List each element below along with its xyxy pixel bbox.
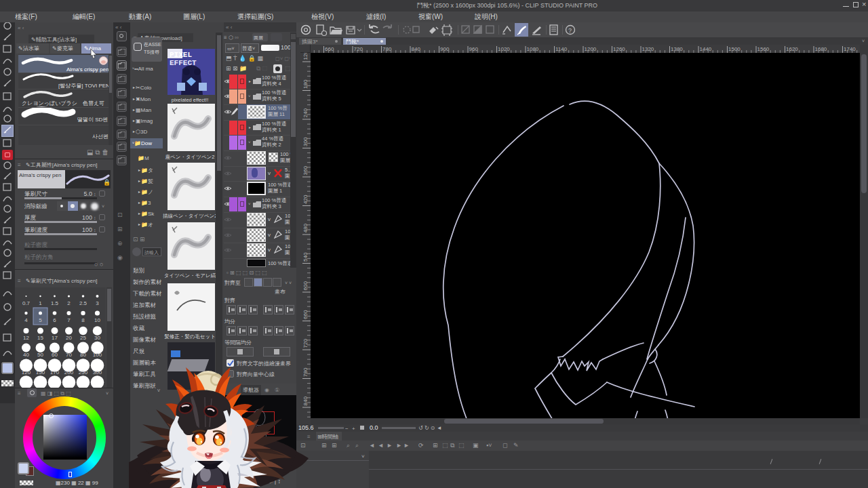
svg-text:840: 840 — [412, 46, 421, 52]
svg-text:5: 5 — [39, 317, 42, 323]
svg-text:1080: 1080 — [527, 46, 539, 52]
svg-text:120: 120 — [22, 369, 31, 375]
svg-text:720: 720 — [302, 339, 309, 348]
svg-text:12: 12 — [23, 335, 29, 341]
svg-text:1.5: 1.5 — [51, 300, 59, 306]
svg-text:240: 240 — [302, 108, 309, 118]
svg-text:300: 300 — [302, 137, 309, 146]
svg-text:720: 720 — [354, 46, 363, 52]
svg-text:960: 960 — [469, 46, 479, 52]
svg-text:1020: 1020 — [498, 46, 510, 52]
svg-text:40: 40 — [23, 352, 29, 358]
svg-text:600: 600 — [302, 281, 309, 291]
svg-text:PIXEL: PIXEL — [170, 51, 192, 59]
svg-text:1320: 1320 — [642, 46, 654, 52]
svg-text:1740: 1740 — [844, 46, 856, 52]
svg-text:660: 660 — [325, 46, 334, 52]
svg-text:7: 7 — [67, 317, 71, 323]
svg-text:100: 100 — [93, 352, 102, 358]
svg-text:10: 10 — [94, 317, 100, 323]
svg-text:900: 900 — [440, 46, 450, 52]
svg-text:3: 3 — [96, 300, 99, 306]
svg-text:1200: 1200 — [585, 46, 597, 52]
svg-text:15: 15 — [37, 335, 43, 341]
svg-text:1380: 1380 — [671, 46, 683, 52]
svg-text:780: 780 — [382, 46, 392, 52]
svg-text:540: 540 — [302, 252, 309, 262]
svg-text:1680: 1680 — [815, 46, 827, 52]
svg-text:50: 50 — [37, 352, 43, 358]
svg-text:120: 120 — [302, 53, 309, 60]
svg-text:180: 180 — [302, 79, 309, 89]
svg-text:1440: 1440 — [700, 46, 712, 52]
svg-text:250: 250 — [79, 369, 88, 375]
svg-text:70: 70 — [66, 352, 72, 358]
svg-text:20: 20 — [66, 335, 72, 341]
svg-text:1500: 1500 — [728, 46, 741, 52]
svg-text:60: 60 — [52, 352, 58, 358]
svg-text:4: 4 — [24, 317, 28, 323]
svg-text:1620: 1620 — [786, 46, 798, 52]
svg-text:2: 2 — [67, 300, 71, 306]
svg-text:1560: 1560 — [757, 46, 770, 52]
svg-text:1: 1 — [39, 300, 42, 306]
svg-text:30: 30 — [94, 335, 100, 341]
svg-text:170: 170 — [50, 369, 60, 375]
svg-text:1140: 1140 — [555, 46, 568, 52]
svg-text:80: 80 — [80, 352, 86, 358]
svg-text:480: 480 — [302, 224, 309, 233]
svg-text:6: 6 — [53, 317, 56, 323]
svg-text:420: 420 — [302, 195, 309, 204]
svg-text:?: ? — [568, 27, 572, 34]
svg-text:360: 360 — [302, 166, 309, 176]
svg-text:2.5: 2.5 — [79, 300, 87, 306]
svg-text:150: 150 — [36, 369, 45, 375]
svg-text:8: 8 — [81, 317, 85, 323]
svg-text:25: 25 — [80, 335, 86, 341]
svg-text:200: 200 — [64, 369, 74, 375]
svg-text:660: 660 — [302, 310, 309, 319]
svg-text:0.7: 0.7 — [22, 300, 31, 306]
svg-text:300: 300 — [93, 369, 102, 375]
svg-text:17: 17 — [52, 335, 58, 341]
svg-text:1260: 1260 — [613, 46, 625, 52]
